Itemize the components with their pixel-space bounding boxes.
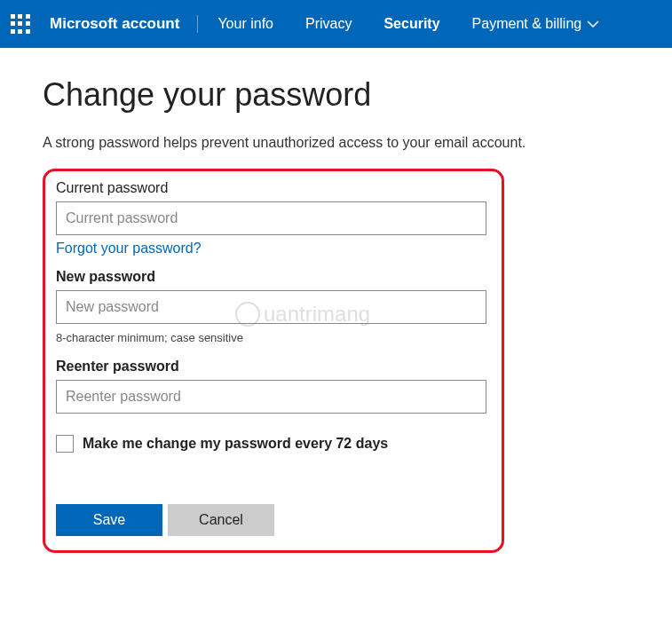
password-hint: 8-character minimum; case sensitive — [56, 331, 491, 344]
current-password-group: Current password Forgot your password? — [56, 180, 491, 256]
new-password-group: New password — [56, 269, 491, 324]
nav-label: Security — [383, 0, 439, 48]
nav-bar: Your info Privacy Security Payment & bil… — [202, 0, 615, 48]
current-password-input[interactable] — [56, 201, 486, 235]
nav-payment-billing[interactable]: Payment & billing — [456, 0, 616, 48]
force-change-row: Make me change my password every 72 days — [56, 435, 491, 453]
button-row: Save Cancel — [56, 504, 491, 536]
page-subtitle: A strong password helps prevent unauthor… — [43, 135, 636, 151]
brand-title[interactable]: Microsoft account — [50, 15, 198, 33]
new-password-input[interactable] — [56, 290, 486, 324]
top-nav-header: Microsoft account Your info Privacy Secu… — [0, 0, 672, 48]
reenter-password-input[interactable] — [56, 380, 486, 414]
force-change-checkbox[interactable] — [56, 435, 74, 453]
reenter-password-group: Reenter password — [56, 359, 491, 414]
cancel-button[interactable]: Cancel — [168, 504, 274, 536]
save-button[interactable]: Save — [56, 504, 162, 536]
nav-security[interactable]: Security — [368, 0, 455, 48]
app-launcher-icon[interactable] — [11, 14, 30, 34]
nav-label: Your info — [217, 0, 273, 48]
reenter-password-label: Reenter password — [56, 359, 491, 375]
current-password-label: Current password — [56, 180, 491, 196]
chevron-down-icon — [587, 20, 599, 28]
nav-privacy[interactable]: Privacy — [289, 0, 368, 48]
nav-your-info[interactable]: Your info — [202, 0, 289, 48]
force-change-label: Make me change my password every 72 days — [83, 436, 388, 452]
new-password-label: New password — [56, 269, 491, 285]
nav-label: Privacy — [305, 0, 352, 48]
page-content: Change your password A strong password h… — [0, 48, 672, 571]
page-title: Change your password — [43, 76, 636, 114]
forgot-password-link[interactable]: Forgot your password? — [56, 241, 202, 256]
nav-label: Payment & billing — [472, 0, 582, 48]
password-form-highlight: Current password Forgot your password? N… — [43, 169, 504, 553]
